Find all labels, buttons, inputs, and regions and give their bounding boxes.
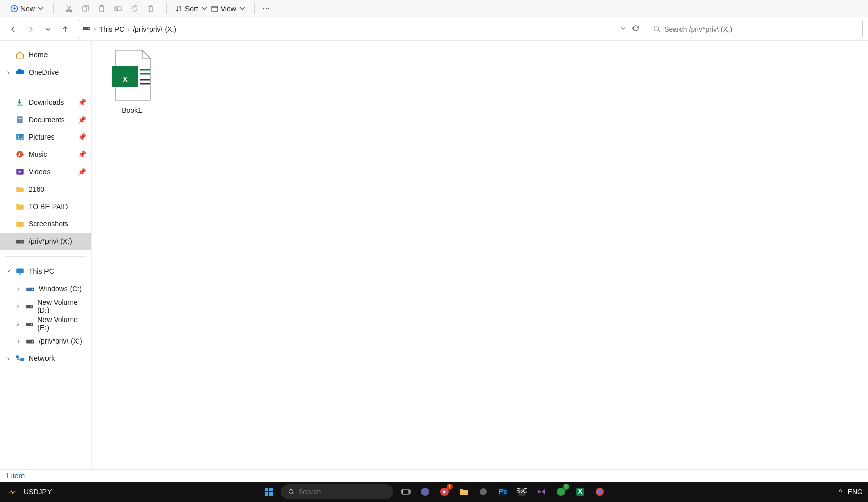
svg-point-8 [263, 8, 264, 9]
svg-text:S›G: S›G [517, 487, 527, 495]
svg-rect-15 [18, 118, 22, 119]
new-button[interactable]: New [10, 2, 45, 16]
home-icon [15, 50, 25, 59]
sidebar-network[interactable]: › Network [0, 350, 91, 367]
refresh-button[interactable] [631, 24, 640, 34]
svg-rect-4 [100, 6, 104, 12]
svg-rect-41 [265, 488, 268, 491]
svg-point-45 [289, 489, 293, 493]
sidebar-quick-pictures[interactable]: Pictures 📌 [0, 128, 91, 146]
chrome-icon[interactable]: ! [437, 485, 452, 499]
pin-icon: 📌 [78, 150, 86, 158]
svg-point-49 [421, 488, 429, 496]
chrome2-icon[interactable] [593, 485, 607, 499]
sidebar-quick-folder[interactable]: 2160 [0, 180, 91, 198]
svg-rect-33 [16, 355, 19, 358]
start-button[interactable] [262, 485, 276, 499]
pin-icon: 📌 [78, 133, 86, 141]
notification-badge: 1 [563, 484, 569, 490]
svg-point-26 [32, 289, 33, 290]
navigation-pane: Home › OneDrive Downloads 📌 Documents 📌 [0, 41, 92, 469]
sidebar-drive-c[interactable]: › Windows (C:) [0, 280, 91, 298]
sidebar-item-label: Documents [29, 116, 65, 124]
videos-icon [15, 167, 25, 176]
back-button[interactable] [5, 21, 21, 37]
collapse-icon[interactable] [5, 269, 11, 274]
tray-chevron-icon[interactable]: ^ [839, 488, 842, 496]
widget-label[interactable]: USDJPY [24, 488, 52, 496]
cut-button[interactable] [62, 2, 76, 16]
sharex-icon[interactable]: S›G [515, 485, 529, 499]
sidebar-thispc-label: This PC [29, 267, 54, 276]
search-box[interactable] [648, 20, 863, 38]
expand-icon[interactable]: › [5, 354, 11, 362]
sidebar-onedrive[interactable]: › OneDrive [0, 63, 91, 81]
taskbar-search-input[interactable] [298, 488, 386, 496]
search-input[interactable] [664, 25, 857, 33]
breadcrumb-leaf[interactable]: /priv*priv\ (X:) [133, 25, 176, 33]
sidebar-home[interactable]: Home [0, 46, 91, 63]
navigation-row: › This PC › /priv*priv\ (X:) [0, 17, 868, 41]
file-list[interactable]: X Book1 [92, 41, 868, 469]
cloud-icon [15, 67, 25, 77]
app-icon[interactable] [476, 485, 490, 499]
address-dropdown-icon[interactable] [620, 25, 626, 33]
sidebar-quick-folder[interactable]: TO BE PAID [0, 198, 91, 215]
svg-point-30 [31, 324, 32, 325]
sidebar-quick-documents[interactable]: Documents 📌 [0, 111, 91, 128]
sidebar-drive-e[interactable]: › New Volume (E:) [0, 315, 91, 332]
sidebar-thispc[interactable]: This PC [0, 263, 91, 280]
expand-icon[interactable]: › [15, 337, 21, 345]
svg-rect-3 [83, 6, 87, 11]
language-indicator[interactable]: ENG [848, 488, 863, 496]
expand-icon[interactable]: › [15, 320, 21, 328]
sidebar-quick-music[interactable]: Music 📌 [0, 146, 91, 163]
expand-icon[interactable]: › [15, 285, 21, 293]
sidebar-item-label: New Volume (E:) [37, 315, 86, 332]
sidebar-quick-videos[interactable]: Videos 📌 [0, 163, 91, 180]
svg-point-28 [31, 306, 32, 307]
share-button[interactable] [127, 2, 142, 16]
more-button[interactable] [259, 2, 273, 16]
sidebar-drive-d[interactable]: › New Volume (D:) [0, 298, 91, 315]
sidebar-quick-downloads[interactable]: Downloads 📌 [0, 94, 91, 111]
sidebar-quick-drive-x[interactable]: /priv*priv\ (X:) [0, 233, 91, 250]
sidebar-item-label: Windows (C:) [39, 285, 82, 293]
vs-icon[interactable] [534, 485, 549, 499]
file-item[interactable]: X Book1 [101, 48, 162, 115]
excel-icon[interactable]: X [573, 485, 588, 499]
paste-button[interactable] [95, 2, 109, 16]
recent-button[interactable] [40, 21, 56, 37]
app2-icon[interactable]: 1 [554, 485, 568, 499]
explorer-icon[interactable] [457, 485, 471, 499]
photoshop-icon[interactable]: Ps [496, 485, 510, 499]
widget-icon[interactable] [5, 485, 19, 499]
breadcrumb-root[interactable]: This PC [99, 25, 125, 33]
address-bar[interactable]: › This PC › /priv*priv\ (X:) [78, 20, 644, 38]
svg-rect-7 [212, 6, 218, 11]
sidebar-item-label: Downloads [29, 98, 64, 106]
pc-icon [15, 267, 25, 276]
sidebar-drive-x[interactable]: › /priv*priv\ (X:) [0, 332, 91, 350]
download-icon [15, 98, 25, 107]
svg-rect-24 [19, 274, 21, 275]
network-icon [15, 354, 25, 363]
teams-icon[interactable] [418, 485, 432, 499]
delete-button[interactable] [144, 2, 158, 16]
expand-icon[interactable]: › [5, 68, 11, 76]
svg-point-52 [443, 491, 445, 493]
view-button[interactable]: View [210, 2, 246, 16]
search-icon [288, 488, 295, 495]
sidebar-quick-folder[interactable]: Screenshots [0, 215, 91, 233]
expand-icon[interactable]: › [15, 302, 21, 310]
svg-rect-43 [265, 492, 268, 496]
forward-button[interactable] [22, 21, 39, 37]
rename-button[interactable] [111, 2, 125, 16]
chevron-right-icon: › [93, 25, 96, 33]
taskview-icon[interactable] [398, 485, 413, 499]
up-button[interactable] [57, 21, 74, 37]
copy-button[interactable] [78, 2, 92, 16]
status-text: 1 item [5, 472, 25, 480]
sort-button[interactable]: Sort [175, 2, 208, 16]
taskbar-search[interactable] [281, 484, 393, 499]
